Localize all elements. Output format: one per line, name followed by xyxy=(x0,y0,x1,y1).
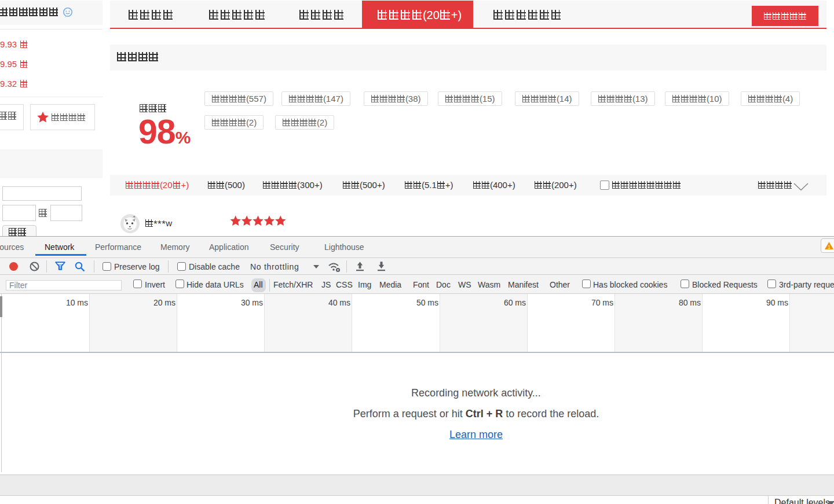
svg-text:1: 1 xyxy=(828,244,831,250)
